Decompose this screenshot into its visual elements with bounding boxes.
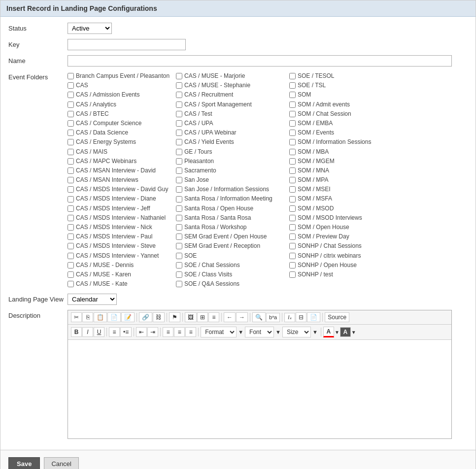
event-folder-checkbox[interactable] xyxy=(289,262,296,268)
event-folder-checkbox[interactable] xyxy=(176,92,182,98)
event-folder-checkbox[interactable] xyxy=(68,92,74,98)
replace-button[interactable]: bᵃa xyxy=(266,313,280,322)
bg-color-button[interactable]: A xyxy=(340,327,351,337)
event-folder-checkbox[interactable] xyxy=(68,224,74,231)
event-folder-checkbox[interactable] xyxy=(289,196,296,202)
event-folder-checkbox[interactable] xyxy=(68,253,74,259)
event-folder-checkbox[interactable] xyxy=(289,101,296,108)
event-folder-checkbox[interactable] xyxy=(68,271,74,278)
outdent-button[interactable]: ⇤ xyxy=(136,327,147,337)
event-folder-checkbox[interactable] xyxy=(176,253,182,259)
event-folder-checkbox[interactable] xyxy=(289,271,296,278)
event-folder-checkbox[interactable] xyxy=(68,262,74,268)
event-folder-checkbox[interactable] xyxy=(68,215,74,221)
unordered-list-button[interactable]: •≡ xyxy=(120,327,132,337)
event-folder-checkbox[interactable] xyxy=(289,111,296,117)
paste-word-button[interactable]: 📝 xyxy=(121,312,135,322)
event-folder-checkbox[interactable] xyxy=(289,215,296,221)
event-folder-checkbox[interactable] xyxy=(289,82,296,89)
event-folder-checkbox[interactable] xyxy=(176,130,182,136)
cut-button[interactable]: ✂ xyxy=(71,312,82,322)
event-folder-checkbox[interactable] xyxy=(289,224,296,231)
event-folder-checkbox[interactable] xyxy=(289,243,296,249)
table-button[interactable]: ⊞ xyxy=(197,312,208,322)
event-folder-checkbox[interactable] xyxy=(176,243,182,249)
align-right-button[interactable]: ≡ xyxy=(185,327,196,337)
event-folder-checkbox[interactable] xyxy=(176,168,182,174)
event-folder-checkbox[interactable] xyxy=(176,82,182,89)
event-folder-checkbox[interactable] xyxy=(68,130,74,136)
event-folder-checkbox[interactable] xyxy=(68,120,74,127)
event-folder-checkbox[interactable] xyxy=(289,73,296,79)
event-folder-checkbox[interactable] xyxy=(68,205,74,212)
template-button[interactable]: ⊟ xyxy=(296,312,306,322)
event-folder-checkbox[interactable] xyxy=(289,234,296,240)
font-color-button[interactable]: A xyxy=(323,327,334,337)
event-folder-checkbox[interactable] xyxy=(68,243,74,249)
event-folder-checkbox[interactable] xyxy=(289,130,296,136)
event-folder-checkbox[interactable] xyxy=(68,177,74,183)
event-folder-checkbox[interactable] xyxy=(176,205,182,212)
align-left-button[interactable]: ≡ xyxy=(163,327,173,337)
italic-button[interactable]: I xyxy=(82,327,93,337)
event-folder-checkbox[interactable] xyxy=(176,101,182,108)
event-folder-checkbox[interactable] xyxy=(289,139,296,145)
event-folder-checkbox[interactable] xyxy=(289,158,296,165)
event-folder-checkbox[interactable] xyxy=(68,196,74,202)
cancel-button[interactable]: Cancel xyxy=(44,457,78,469)
event-folder-checkbox[interactable] xyxy=(68,281,74,287)
event-folder-checkbox[interactable] xyxy=(176,281,182,287)
event-folder-checkbox[interactable] xyxy=(176,177,182,183)
event-folder-checkbox[interactable] xyxy=(176,73,182,79)
event-folder-checkbox[interactable] xyxy=(68,139,74,145)
align-center-button[interactable]: ≡ xyxy=(174,327,185,337)
event-folder-checkbox[interactable] xyxy=(289,120,296,127)
image-button[interactable]: 🖼 xyxy=(185,312,197,322)
undo-button[interactable]: ← xyxy=(224,312,236,322)
event-folder-checkbox[interactable] xyxy=(68,234,74,240)
underline-button[interactable]: U xyxy=(94,327,104,337)
redo-button[interactable]: → xyxy=(236,312,248,322)
event-folder-checkbox[interactable] xyxy=(176,139,182,145)
event-folder-checkbox[interactable] xyxy=(68,158,74,165)
event-folder-checkbox[interactable] xyxy=(68,149,74,155)
remove-format-button[interactable]: Iₓ xyxy=(284,313,295,322)
event-folder-checkbox[interactable] xyxy=(176,234,182,240)
blockquote-button[interactable]: ≡ xyxy=(208,312,219,322)
source-button[interactable]: Source xyxy=(325,312,349,322)
font-dropdown[interactable]: Font xyxy=(245,327,274,337)
format-dropdown[interactable]: Format xyxy=(201,327,237,337)
event-folder-checkbox[interactable] xyxy=(68,101,74,108)
event-folder-checkbox[interactable] xyxy=(68,186,74,193)
event-folder-checkbox[interactable] xyxy=(176,271,182,278)
event-folder-checkbox[interactable] xyxy=(176,224,182,231)
name-input[interactable] xyxy=(68,55,452,67)
document-button[interactable]: 📄 xyxy=(307,312,320,322)
status-select[interactable]: Active Inactive xyxy=(68,23,112,34)
event-folder-checkbox[interactable] xyxy=(68,111,74,117)
bold-button[interactable]: B xyxy=(71,327,82,337)
event-folder-checkbox[interactable] xyxy=(176,262,182,268)
event-folder-checkbox[interactable] xyxy=(289,186,296,193)
event-folder-checkbox[interactable] xyxy=(176,120,182,127)
event-folder-checkbox[interactable] xyxy=(289,177,296,183)
event-folder-checkbox[interactable] xyxy=(176,196,182,202)
event-folder-checkbox[interactable] xyxy=(289,149,296,155)
event-folder-checkbox[interactable] xyxy=(176,186,182,193)
copy-button[interactable]: ⎘ xyxy=(82,312,93,322)
event-folder-checkbox[interactable] xyxy=(68,168,74,174)
save-button[interactable]: Save xyxy=(8,457,40,469)
event-folder-checkbox[interactable] xyxy=(289,92,296,98)
event-folder-checkbox[interactable] xyxy=(289,168,296,174)
anchor-button[interactable]: ⚑ xyxy=(169,312,180,322)
event-folder-checkbox[interactable] xyxy=(176,149,182,155)
event-folder-checkbox[interactable] xyxy=(289,205,296,212)
paste-text-button[interactable]: 📄 xyxy=(107,312,121,322)
event-folder-checkbox[interactable] xyxy=(289,253,296,259)
editor-content-area[interactable] xyxy=(68,340,451,438)
event-folder-checkbox[interactable] xyxy=(176,215,182,221)
event-folder-checkbox[interactable] xyxy=(176,158,182,165)
indent-button[interactable]: ⇥ xyxy=(147,327,158,337)
link-button[interactable]: 🔗 xyxy=(139,312,152,322)
paste-button[interactable]: 📋 xyxy=(94,312,107,322)
